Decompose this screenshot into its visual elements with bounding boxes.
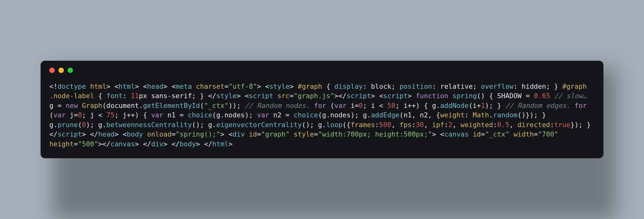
code-token: { xyxy=(322,82,334,90)
code-token: </ xyxy=(171,140,180,148)
code-token: style xyxy=(269,82,290,90)
code-token xyxy=(119,130,123,138)
code-token: random xyxy=(493,111,518,119)
code-token: display xyxy=(334,82,363,90)
code-token: > xyxy=(290,82,294,90)
code-token: "_ctx" xyxy=(485,130,509,138)
code-token: // Random nodes. xyxy=(245,102,310,110)
code-token: style xyxy=(294,130,314,138)
code-token: spring xyxy=(452,92,477,100)
code-token: ( xyxy=(200,102,204,110)
code-token: "width:700px; height:500px;" xyxy=(318,130,432,138)
code-token xyxy=(375,92,379,100)
minimize-button[interactable] xyxy=(58,68,64,73)
code-token: 75 xyxy=(106,111,114,119)
code-token: style xyxy=(216,92,237,100)
code-token: function xyxy=(416,92,448,100)
code-token: . xyxy=(489,111,493,119)
code-token: n2 = xyxy=(269,111,294,119)
code-token: = xyxy=(171,130,175,138)
code-token: < xyxy=(265,82,269,90)
code-token: i= xyxy=(347,102,359,110)
code-token: < xyxy=(229,130,233,138)
code-token: var xyxy=(151,111,164,119)
code-token: > xyxy=(408,92,412,100)
code-token: font xyxy=(106,92,123,100)
code-block[interactable]: <!doctype html> <html> <head> <meta char… xyxy=(49,82,595,149)
code-token: : xyxy=(123,92,131,100)
code-token: position xyxy=(399,82,432,90)
code-token: : xyxy=(363,82,371,90)
code-token: // Random edges. xyxy=(505,102,570,110)
code-token: ); g. xyxy=(86,121,107,129)
code-token: // slow… xyxy=(554,92,587,100)
code-token: var xyxy=(334,102,347,110)
code-token: ( xyxy=(78,121,82,129)
code-token: loop xyxy=(326,121,342,129)
code-token xyxy=(167,140,171,148)
code-token: eigenvectorCentrality xyxy=(216,121,302,129)
code-token: betweennessCentrality xyxy=(106,121,192,129)
code-token: < xyxy=(171,82,175,90)
code-token: id xyxy=(249,130,257,138)
window-titlebar xyxy=(49,68,595,73)
code-token xyxy=(294,82,298,90)
code-token: > xyxy=(196,140,200,148)
code-token: 50 xyxy=(387,102,396,110)
code-token: html xyxy=(119,82,135,90)
code-token xyxy=(78,102,82,110)
code-token: </ xyxy=(338,92,347,100)
code-token: : xyxy=(464,111,473,119)
zoom-button[interactable] xyxy=(68,68,73,73)
code-token: ( xyxy=(326,102,334,110)
code-token: id xyxy=(473,130,481,138)
code-token: 500 xyxy=(379,121,391,129)
code-token: 30 xyxy=(416,121,424,129)
code-token: 2 xyxy=(448,121,452,129)
code-token: = xyxy=(290,92,294,100)
code-token xyxy=(192,82,196,90)
code-token: sans-serif xyxy=(147,92,192,100)
code-token: html xyxy=(212,140,229,148)
code-token: > xyxy=(371,92,375,100)
code-token: , xyxy=(424,121,432,129)
code-token: script xyxy=(383,92,408,100)
code-token: , xyxy=(509,121,518,129)
code-token: head xyxy=(98,130,114,138)
close-button[interactable] xyxy=(49,68,55,73)
code-token: "spring();" xyxy=(175,130,220,138)
code-token: getElementById xyxy=(143,102,200,110)
code-token: ipf xyxy=(432,121,444,129)
app-frame: <!doctype html> <html> <head> <meta char… xyxy=(41,61,603,159)
code-token: overflow xyxy=(481,82,514,90)
code-token: 0 xyxy=(359,102,363,110)
code-token: block xyxy=(371,82,391,90)
code-token xyxy=(290,130,294,138)
code-token: = xyxy=(257,130,261,138)
code-token xyxy=(509,130,514,138)
code-token: , xyxy=(452,121,461,129)
code-window: <!doctype html> <html> <head> <meta char… xyxy=(41,61,603,159)
code-token: canvas xyxy=(444,130,469,138)
code-token: < xyxy=(379,92,383,100)
code-token: = xyxy=(225,82,229,90)
code-token: . xyxy=(139,102,143,110)
code-token: > xyxy=(106,82,110,90)
code-token: 0 xyxy=(78,111,82,119)
code-token: > xyxy=(229,140,233,148)
code-token: : xyxy=(444,121,448,129)
code-token: for xyxy=(314,102,326,110)
code-token: : xyxy=(412,121,416,129)
code-token: width xyxy=(514,130,534,138)
code-token xyxy=(570,102,575,110)
code-token: prune xyxy=(58,121,78,129)
code-token: px xyxy=(139,92,147,100)
code-token: weighted xyxy=(461,121,493,129)
code-token: > xyxy=(334,92,338,100)
code-token: ; xyxy=(391,82,400,90)
code-token: ; xyxy=(473,82,481,90)
code-token: > xyxy=(432,130,436,138)
code-token: "_ctx" xyxy=(204,102,229,110)
code-token: : xyxy=(375,121,379,129)
code-token: > xyxy=(98,140,102,148)
